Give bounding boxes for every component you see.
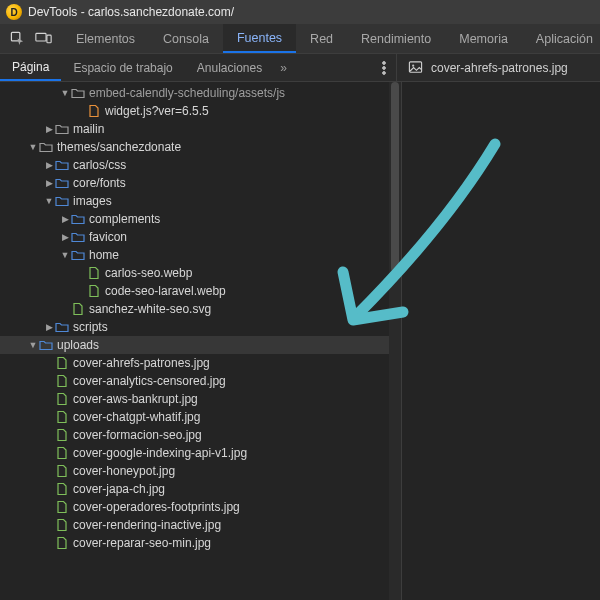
tree-row[interactable]: ▼images <box>0 192 389 210</box>
tree-row[interactable]: ▼uploads <box>0 336 389 354</box>
tab-application[interactable]: Aplicación <box>522 24 600 53</box>
tab-memory[interactable]: Memoria <box>445 24 522 53</box>
tree-row[interactable]: sanchez-white-seo.svg <box>0 300 389 318</box>
more-subtabs-icon[interactable]: » <box>274 54 293 81</box>
disclosure-arrow-icon[interactable]: ▶ <box>44 124 54 134</box>
tree-label: cover-ahrefs-patrones.jpg <box>73 356 210 370</box>
tab-performance[interactable]: Rendimiento <box>347 24 445 53</box>
svg-rect-2 <box>47 35 51 43</box>
svg-rect-1 <box>36 33 46 41</box>
tree-label: complements <box>89 212 160 226</box>
subtab-page[interactable]: Página <box>0 54 61 81</box>
tree-label: mailin <box>73 122 104 136</box>
tree-label: cover-chatgpt-whatif.jpg <box>73 410 200 424</box>
tree-label: cover-japa-ch.jpg <box>73 482 165 496</box>
disclosure-arrow-icon[interactable]: ▼ <box>60 250 70 260</box>
tree-label: cover-honeypot.jpg <box>73 464 175 478</box>
tree-row[interactable]: code-seo-laravel.webp <box>0 282 389 300</box>
disclosure-arrow-icon[interactable]: ▼ <box>28 142 38 152</box>
tree-row[interactable]: ▶mailin <box>0 120 389 138</box>
subtab-workspace[interactable]: Espacio de trabajo <box>61 54 184 81</box>
tree-row[interactable]: ▶complements <box>0 210 389 228</box>
tree-row[interactable]: cover-operadores-footprints.jpg <box>0 498 389 516</box>
tree-row[interactable]: cover-honeypot.jpg <box>0 462 389 480</box>
image-file-icon <box>407 60 423 76</box>
device-toggle-icon[interactable] <box>35 31 52 46</box>
tree-row[interactable]: cover-google-indexing-api-v1.jpg <box>0 444 389 462</box>
tree-label: embed-calendly-scheduling/assets/js <box>89 86 285 100</box>
tree-label: carlos/css <box>73 158 126 172</box>
folder-icon <box>55 176 69 190</box>
tab-elements[interactable]: Elementos <box>62 24 149 53</box>
file-navigator[interactable]: ▼embed-calendly-scheduling/assets/jswidg… <box>0 82 389 600</box>
tree-row[interactable]: carlos-seo.webp <box>0 264 389 282</box>
tree-label: cover-formacion-seo.jpg <box>73 428 202 442</box>
tree-row[interactable]: ▼home <box>0 246 389 264</box>
folder-icon <box>39 140 53 154</box>
tree-row[interactable]: ▶carlos/css <box>0 156 389 174</box>
disclosure-arrow-icon[interactable]: ▼ <box>60 88 70 98</box>
disclosure-arrow-icon[interactable]: ▶ <box>60 214 70 224</box>
disclosure-arrow-icon[interactable]: ▼ <box>44 196 54 206</box>
file-icon <box>55 446 69 460</box>
editor-open-filename[interactable]: cover-ahrefs-patrones.jpg <box>431 61 568 75</box>
sources-split: ▼embed-calendly-scheduling/assets/jswidg… <box>0 82 600 600</box>
tree-row[interactable]: cover-chatgpt-whatif.jpg <box>0 408 389 426</box>
tree-label: cover-reparar-seo-min.jpg <box>73 536 211 550</box>
tree-row[interactable]: cover-ahrefs-patrones.jpg <box>0 354 389 372</box>
tree-label: core/fonts <box>73 176 126 190</box>
tree-label: uploads <box>57 338 99 352</box>
disclosure-arrow-icon[interactable]: ▶ <box>44 322 54 332</box>
file-icon <box>55 374 69 388</box>
tree-row[interactable]: cover-japa-ch.jpg <box>0 480 389 498</box>
disclosure-arrow-icon[interactable]: ▶ <box>60 232 70 242</box>
tab-network[interactable]: Red <box>296 24 347 53</box>
tree-row[interactable]: cover-analytics-censored.jpg <box>0 372 389 390</box>
disclosure-arrow-icon[interactable]: ▶ <box>44 160 54 170</box>
file-icon <box>55 518 69 532</box>
folder-icon <box>55 158 69 172</box>
sources-subbar: Página Espacio de trabajo Anulaciones » … <box>0 54 600 82</box>
file-icon <box>87 266 101 280</box>
folder-icon <box>55 320 69 334</box>
folder-icon <box>71 212 85 226</box>
tree-row[interactable]: ▼themes/sanchezdonate <box>0 138 389 156</box>
disclosure-arrow-icon[interactable]: ▼ <box>28 340 38 350</box>
file-icon <box>55 428 69 442</box>
tree-row[interactable]: ▶core/fonts <box>0 174 389 192</box>
tree-label: cover-google-indexing-api-v1.jpg <box>73 446 247 460</box>
tree-row[interactable]: cover-formacion-seo.jpg <box>0 426 389 444</box>
tree-row[interactable]: cover-aws-bankrupt.jpg <box>0 390 389 408</box>
tree-row[interactable]: cover-rendering-inactive.jpg <box>0 516 389 534</box>
tab-console[interactable]: Consola <box>149 24 223 53</box>
tree-label: cover-operadores-footprints.jpg <box>73 500 240 514</box>
tree-label: cover-aws-bankrupt.jpg <box>73 392 198 406</box>
folder-icon <box>71 248 85 262</box>
file-icon <box>87 104 101 118</box>
tab-sources[interactable]: Fuentes <box>223 24 296 53</box>
tree-label: widget.js?ver=6.5.5 <box>105 104 209 118</box>
tree-row[interactable]: ▶scripts <box>0 318 389 336</box>
tree-row[interactable]: widget.js?ver=6.5.5 <box>0 102 389 120</box>
inspect-icon[interactable] <box>10 31 25 46</box>
subtab-overrides[interactable]: Anulaciones <box>185 54 274 81</box>
tree-row[interactable]: cover-reparar-seo-min.jpg <box>0 534 389 552</box>
disclosure-arrow-icon[interactable]: ▶ <box>44 178 54 188</box>
tree-row[interactable]: ▼embed-calendly-scheduling/assets/js <box>0 84 389 102</box>
tree-label: favicon <box>89 230 127 244</box>
folder-icon <box>71 86 85 100</box>
svg-point-3 <box>383 61 386 64</box>
file-icon <box>55 356 69 370</box>
tree-label: images <box>73 194 112 208</box>
window-title: DevTools - carlos.sanchezdonate.com/ <box>28 5 234 19</box>
tree-label: code-seo-laravel.webp <box>105 284 226 298</box>
navigator-menu-icon[interactable] <box>372 54 396 81</box>
scrollbar-thumb[interactable] <box>391 82 399 272</box>
folder-icon <box>39 338 53 352</box>
tree-row[interactable]: ▶favicon <box>0 228 389 246</box>
file-icon <box>55 464 69 478</box>
svg-point-4 <box>383 66 386 69</box>
navigator-scrollbar[interactable] <box>389 82 401 600</box>
editor-tabbar: cover-ahrefs-patrones.jpg <box>397 54 600 81</box>
devtools-tabstrip: Elementos Consola Fuentes Red Rendimient… <box>0 24 600 54</box>
